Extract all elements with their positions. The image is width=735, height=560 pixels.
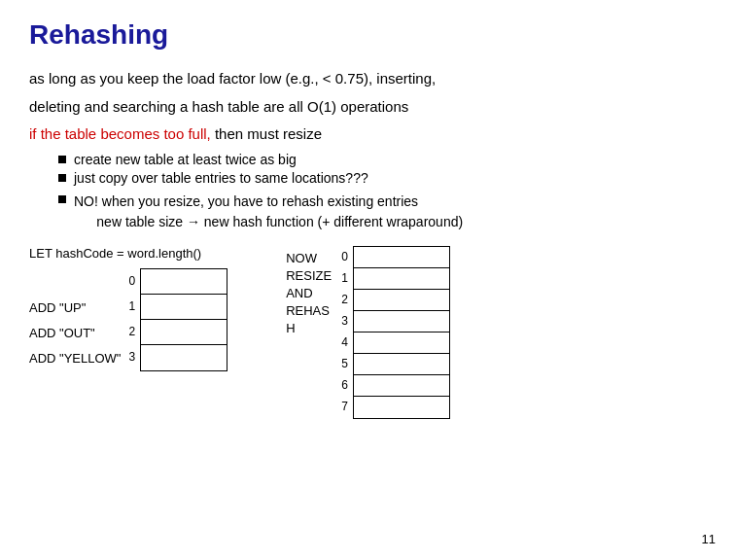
rehash-note: NO! when you resize, you have to rehash … — [58, 192, 706, 232]
page-title: Rehashing — [29, 19, 706, 51]
intro-text-1: as long as you keep the load factor low … — [29, 70, 436, 87]
right-grid-cell-7 — [354, 397, 449, 418]
add-label-2: ADD "YELLOW" — [29, 346, 121, 371]
bullet-text-1: create new table at least twice as big — [74, 152, 297, 167]
right-grid-cell-5 — [354, 354, 449, 375]
right-grid-cell-4 — [354, 332, 449, 354]
bullet-list: create new table at least twice as big j… — [58, 152, 706, 186]
right-row-num-0: 0 — [341, 246, 351, 267]
right-grid-cell-1 — [354, 268, 449, 290]
right-row-num-1: 1 — [341, 267, 351, 289]
right-grid-cell-3 — [354, 311, 449, 332]
left-grid-box — [140, 268, 228, 371]
left-grid-cell-1 — [141, 295, 227, 320]
right-row-num-7: 7 — [341, 396, 351, 417]
right-row-num-5: 5 — [341, 353, 351, 374]
left-table-area: ADD "UP" ADD "OUT" ADD "YELLOW" 0 1 2 3 — [29, 268, 228, 371]
diagrams-area: LET hashCode = word.length() ADD "UP" AD… — [29, 246, 706, 419]
intro-line-1: as long as you keep the load factor low … — [29, 68, 706, 90]
left-grid-cell-2 — [141, 320, 227, 345]
intro-line-3: if the table becomes too full, then must… — [29, 123, 706, 146]
left-row-num-2: 2 — [128, 319, 138, 344]
left-diagram-label: LET hashCode = word.length() — [29, 246, 201, 261]
right-grid-cell-2 — [354, 290, 449, 311]
left-add-labels: ADD "UP" ADD "OUT" ADD "YELLOW" — [29, 296, 121, 371]
left-grid-area: 0 1 2 3 — [128, 268, 228, 371]
right-labels-row: NOWRESIZEANDREHASH 0 1 2 3 4 5 6 7 — [286, 246, 450, 419]
intro-text-2: deleting and searching a hash table are … — [29, 98, 408, 115]
intro-line-2: deleting and searching a hash table are … — [29, 96, 706, 119]
right-row-num-4: 4 — [341, 332, 351, 353]
bullet-icon-2 — [58, 174, 66, 182]
bullet-item-1: create new table at least twice as big — [58, 152, 706, 167]
left-diagram: LET hashCode = word.length() ADD "UP" AD… — [29, 246, 228, 371]
intro-text-3a: if the table becomes too full, — [29, 125, 211, 142]
now-label: NOWRESIZEANDREHASH — [286, 250, 332, 338]
bullet-icon-1 — [58, 156, 66, 163]
left-row-num-1: 1 — [128, 294, 138, 319]
left-row-numbers: 0 1 2 3 — [128, 268, 138, 369]
intro-text-3b: then must resize — [211, 125, 322, 142]
add-label-1: ADD "OUT" — [29, 321, 121, 346]
right-row-num-3: 3 — [341, 310, 351, 332]
left-row-num-3: 3 — [128, 344, 138, 369]
right-row-num-2: 2 — [341, 289, 351, 310]
right-row-numbers: 0 1 2 3 4 5 6 7 — [341, 246, 351, 417]
right-grid-cell-6 — [354, 375, 449, 397]
page-number: 11 — [702, 532, 716, 546]
rehash-note-text: NO! when you resize, you have to rehash … — [74, 192, 463, 232]
bullet-text-2: just copy over table entries to same loc… — [74, 170, 368, 186]
right-grid-box — [353, 246, 450, 419]
left-grid-cell-3 — [141, 345, 227, 370]
right-grid-cell-0 — [354, 247, 449, 268]
bullet-item-2: just copy over table entries to same loc… — [58, 170, 706, 186]
right-diagram: NOWRESIZEANDREHASH 0 1 2 3 4 5 6 7 — [286, 246, 450, 419]
add-label-0: ADD "UP" — [29, 296, 121, 321]
rehash-bullet-icon — [58, 195, 66, 203]
left-grid-cell-0 — [141, 269, 227, 295]
right-row-num-6: 6 — [341, 374, 351, 396]
right-grid-area: 0 1 2 3 4 5 6 7 — [341, 246, 450, 419]
left-row-num-0: 0 — [128, 268, 138, 294]
